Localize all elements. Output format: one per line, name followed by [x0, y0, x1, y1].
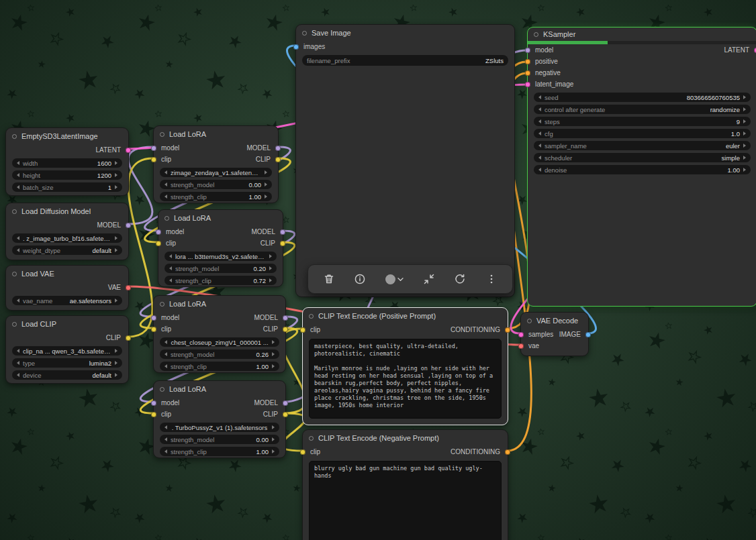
widget-steps[interactable]: steps 9 [534, 117, 751, 126]
decrement-icon[interactable] [169, 278, 172, 282]
increment-icon[interactable] [743, 131, 746, 136]
widget-denoise[interactable]: denoise 1.00 [534, 165, 751, 174]
widget-scheduler[interactable]: scheduler simple [534, 153, 751, 162]
decrement-icon[interactable] [164, 364, 167, 368]
increment-icon[interactable] [265, 195, 267, 199]
prev-option-icon[interactable] [538, 107, 541, 111]
input-port-clip[interactable] [151, 327, 156, 332]
next-option-icon[interactable] [115, 349, 117, 353]
prev-option-icon[interactable] [17, 361, 19, 365]
collapse-dot-icon[interactable] [12, 134, 17, 139]
input-port-samples[interactable] [518, 332, 524, 337]
output-port-model[interactable] [275, 146, 281, 151]
widget-lora-name[interactable]: chest_closeup_zimgV1_000001 ... [160, 337, 279, 347]
input-port-clip[interactable] [156, 241, 161, 246]
decrement-icon[interactable] [164, 437, 167, 441]
decrement-icon[interactable] [17, 185, 19, 189]
widget-strength-model[interactable]: strength_model 0.26 [160, 349, 279, 359]
next-option-icon[interactable] [743, 144, 746, 148]
decrement-icon[interactable] [169, 266, 172, 270]
node-load-clip[interactable]: Load CLIP CLIP clip_na ... qwen_3_4b.saf… [5, 315, 129, 384]
node-empty-sd3-latent-image[interactable]: EmptySD3LatentImage LATENT width 1600 he… [5, 127, 129, 196]
decrement-icon[interactable] [538, 168, 541, 172]
collapse-dot-icon[interactable] [534, 32, 538, 37]
input-port-clip[interactable] [151, 157, 156, 162]
decrement-icon[interactable] [164, 195, 167, 199]
collapse-dot-icon[interactable] [12, 272, 17, 276]
widget-height[interactable]: height 1200 [12, 170, 122, 180]
output-port-model[interactable] [126, 223, 131, 228]
prompt-textarea[interactable]: blurry ugly bad gun machine gun bad qual… [309, 461, 502, 540]
prev-option-icon[interactable] [164, 170, 167, 174]
collapse-dot-icon[interactable] [160, 302, 164, 307]
collapse-dot-icon[interactable] [160, 132, 164, 137]
widget-device[interactable]: device default [12, 370, 122, 380]
output-port-clip[interactable] [280, 241, 285, 246]
output-port-model[interactable] [283, 315, 288, 321]
output-port-conditioning[interactable] [505, 327, 510, 333]
widget-weight-dtype[interactable]: weight_dtype default [12, 246, 122, 255]
output-port-clip[interactable] [126, 335, 131, 341]
node-load-lora-2[interactable]: Load LoRA model MODEL clip CLIP lora ...… [158, 209, 283, 287]
input-port-vae[interactable] [518, 343, 524, 349]
input-port-clip[interactable] [300, 449, 305, 455]
color-button[interactable] [381, 269, 409, 289]
increment-icon[interactable] [743, 95, 746, 99]
node-ksampler[interactable]: KSampler model LATENT positive negative … [527, 27, 756, 307]
node-header[interactable]: Load CLIP [6, 316, 128, 332]
increment-icon[interactable] [743, 168, 746, 172]
increment-icon[interactable] [115, 185, 117, 189]
node-vae-decode[interactable]: VAE Decode samples IMAGE vae [520, 312, 589, 356]
prev-option-icon[interactable] [17, 373, 19, 377]
info-button[interactable] [349, 269, 371, 289]
input-port-clip[interactable] [151, 412, 156, 417]
widget-strength-clip[interactable]: strength_clip 0.72 [164, 276, 277, 285]
decrement-icon[interactable] [17, 161, 19, 165]
widget-type[interactable]: type lumina2 [12, 358, 122, 368]
node-header[interactable]: CLIP Text Encode (Positive Prompt) [303, 308, 508, 324]
node-graph-canvas[interactable]: EmptySD3LatentImage LATENT width 1600 he… [0, 0, 756, 540]
node-header[interactable]: Load LoRA [158, 210, 283, 226]
node-header[interactable]: CLIP Text Encode (Negative Prompt) [303, 430, 508, 446]
increment-icon[interactable] [743, 119, 746, 123]
prev-option-icon[interactable] [538, 156, 541, 160]
increment-icon[interactable] [269, 278, 272, 282]
decrement-icon[interactable] [164, 182, 167, 186]
output-port-model[interactable] [280, 229, 285, 235]
widget-control-after-generate[interactable]: control after generate randomize [534, 105, 751, 114]
widget-lora-name[interactable]: lora ... b3tternud3s_v2.safetensors [164, 252, 277, 261]
widget-lora-name[interactable]: zimage_zendaya_v1.safetensors [160, 168, 272, 177]
prompt-textarea[interactable]: masterpiece, best quality, ultra-detaile… [309, 339, 502, 419]
next-option-icon[interactable] [265, 170, 267, 174]
input-port-latent-image[interactable] [525, 82, 530, 87]
node-load-lora-1[interactable]: Load LoRA model MODEL clip CLIP zimage_z… [153, 125, 279, 203]
prev-option-icon[interactable] [17, 248, 19, 252]
node-load-lora-4[interactable]: Load LoRA model MODEL clip CLIP . TurboP… [153, 380, 286, 458]
input-port-model[interactable] [151, 146, 156, 151]
next-option-icon[interactable] [115, 236, 117, 240]
output-port-vae[interactable] [126, 285, 131, 290]
node-header[interactable]: Load VAE [6, 266, 128, 282]
node-header[interactable]: KSampler [528, 28, 756, 41]
widget-clip-name[interactable]: clip_na ... qwen_3_4b.safetensors [12, 346, 122, 356]
prev-option-icon[interactable] [538, 144, 541, 148]
prev-option-icon[interactable] [17, 236, 19, 240]
node-header[interactable]: Load LoRA [154, 381, 285, 397]
increment-icon[interactable] [272, 437, 275, 441]
widget-sampler-name[interactable]: sampler_name euler [534, 141, 751, 150]
input-port-model[interactable] [151, 315, 156, 321]
decrement-icon[interactable] [164, 352, 167, 356]
collapse-dot-icon[interactable] [164, 216, 169, 221]
decrement-icon[interactable] [164, 449, 167, 453]
next-option-icon[interactable] [272, 425, 275, 429]
node-header[interactable]: VAE Decode [521, 313, 588, 329]
collapse-dot-icon[interactable] [309, 436, 314, 441]
widget-batch-size[interactable]: batch_size 1 [12, 182, 122, 192]
decrement-icon[interactable] [17, 173, 19, 177]
increment-icon[interactable] [272, 449, 275, 453]
delete-button[interactable] [318, 269, 340, 289]
increment-icon[interactable] [265, 182, 267, 186]
decrement-icon[interactable] [538, 131, 541, 136]
node-header[interactable]: Load Diffusion Model [6, 203, 128, 219]
prev-option-icon[interactable] [17, 299, 19, 303]
